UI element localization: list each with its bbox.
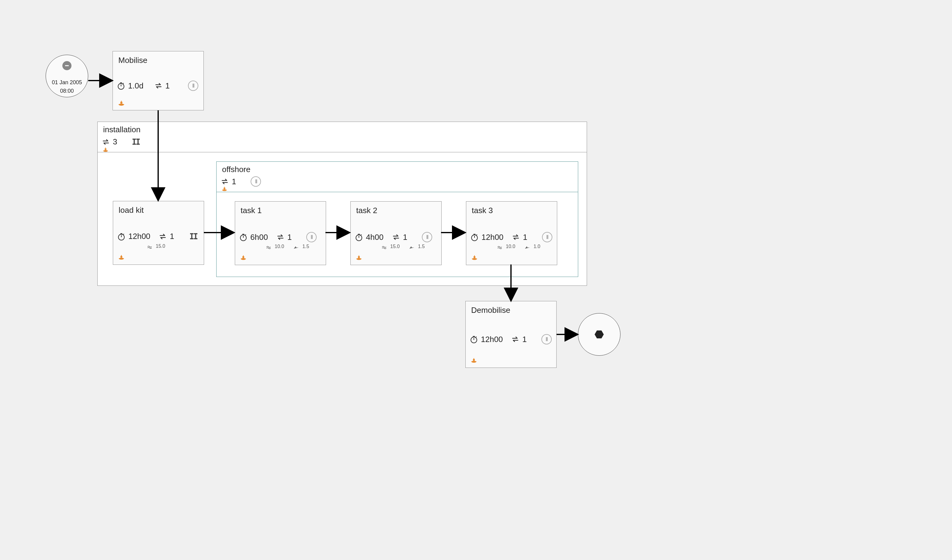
loops: 1: [522, 335, 527, 344]
end-node[interactable]: [578, 313, 620, 356]
wind-icon: [497, 244, 503, 250]
stopwatch-icon: [471, 233, 478, 241]
ship-icon: [102, 146, 109, 153]
ship-icon: [117, 99, 126, 107]
loops: 1: [403, 233, 407, 242]
loops: 1: [165, 81, 170, 91]
loops: 1: [523, 233, 527, 242]
stopwatch-icon: [117, 233, 125, 241]
loop-icon: [221, 177, 229, 185]
wind-value: 15.0: [156, 244, 165, 249]
node-mobilise[interactable]: Mobilise 1.0d 1 II: [113, 51, 204, 110]
start-icon: [62, 61, 71, 70]
group-offshore[interactable]: offshore 1 II task 1 6h00 1 II: [216, 162, 578, 277]
node-task1[interactable]: task 1 6h00 1 II 10.0 1.5: [235, 201, 326, 265]
ship-icon: [117, 253, 125, 261]
loop-icon: [102, 138, 110, 146]
pause-icon: II: [250, 176, 261, 187]
wind-value: 15.0: [390, 244, 400, 249]
loop-icon: [392, 233, 400, 241]
ship-icon: [240, 254, 247, 261]
loops: 1: [287, 233, 292, 242]
pause-icon: II: [190, 232, 197, 241]
start-date: 01 Jan 2005: [46, 79, 88, 86]
loops: 3: [113, 137, 117, 147]
group-title: installation: [103, 125, 141, 134]
ship-icon: [471, 254, 478, 261]
duration: 4h00: [366, 233, 383, 242]
stopwatch-icon: [470, 335, 478, 343]
wind-icon: [147, 243, 153, 249]
wave-icon: [293, 244, 299, 249]
loop-icon: [511, 335, 519, 343]
node-title: load kit: [119, 205, 144, 215]
pause-icon: II: [422, 232, 432, 242]
end-icon: [595, 330, 604, 338]
node-title: Mobilise: [118, 56, 147, 65]
duration: 1.0d: [128, 81, 144, 91]
pause-icon: II: [132, 137, 139, 147]
pause-icon: II: [306, 232, 317, 242]
node-loadkit[interactable]: load kit 12h00 1 II 15.0: [113, 201, 204, 265]
pause-icon: II: [188, 80, 198, 91]
group-installation[interactable]: installation 3 II load kit 12h00 1 II 15…: [97, 122, 587, 286]
ship-icon: [355, 254, 363, 261]
loops: 1: [170, 231, 174, 241]
wind-icon: [381, 244, 387, 250]
group-title: offshore: [222, 165, 250, 174]
duration: 12h00: [128, 231, 150, 241]
stopwatch-icon: [117, 82, 125, 90]
wave-value: 1.5: [302, 244, 309, 249]
node-title: task 1: [241, 206, 261, 215]
node-task3[interactable]: task 3 12h00 1 II 10.0 1.0: [466, 201, 557, 265]
stopwatch-icon: [355, 233, 363, 241]
start-time: 08:00: [46, 88, 88, 94]
loops: 1: [232, 177, 236, 187]
node-task2[interactable]: task 2 4h00 1 II 15.0 1.5: [350, 201, 442, 265]
wave-icon: [524, 244, 530, 249]
node-title: task 2: [356, 206, 377, 215]
ship-icon: [221, 185, 228, 192]
pause-icon: II: [542, 232, 552, 242]
ship-icon: [470, 356, 478, 364]
start-node[interactable]: 01 Jan 2005 08:00: [46, 55, 88, 97]
stopwatch-icon: [240, 233, 247, 241]
node-demobilise[interactable]: Demobilise 12h00 1 II: [465, 301, 556, 368]
wave-value: 1.0: [533, 244, 540, 249]
loop-icon: [512, 233, 520, 241]
duration: 12h00: [481, 233, 503, 242]
node-title: task 3: [472, 206, 493, 215]
duration: 6h00: [250, 233, 268, 242]
wave-value: 1.5: [418, 244, 425, 249]
pause-icon: II: [541, 334, 552, 344]
wind-value: 10.0: [275, 244, 284, 249]
wave-icon: [409, 244, 415, 249]
wind-icon: [266, 244, 272, 250]
duration: 12h00: [481, 335, 503, 344]
loop-icon: [155, 82, 162, 90]
node-title: Demobilise: [471, 305, 510, 315]
loop-icon: [159, 233, 167, 241]
wind-value: 10.0: [506, 244, 515, 249]
loop-icon: [277, 233, 284, 241]
